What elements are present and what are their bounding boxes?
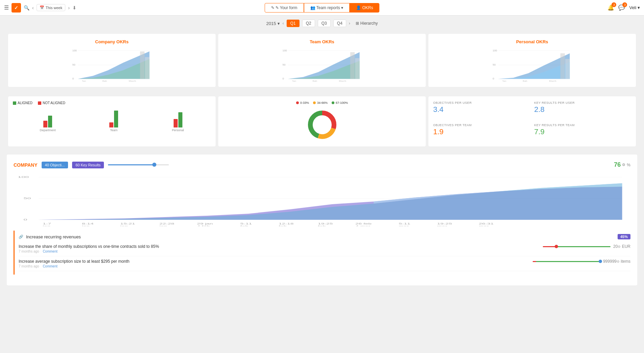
svg-text:March: March [549,80,557,81]
quarter-q3-button[interactable]: Q3 [318,20,331,27]
quarter-q2-button[interactable]: Q2 [302,20,315,27]
okr-cards-row: Company OKRs 100 50 0 Jan [7,32,637,88]
personal-okr-title: Personal OKRs [434,39,630,44]
team-okr-chart: 100 50 0 Jan Feb March [224,48,420,81]
messages-badge: 3 [622,2,627,7]
mid-label: 34-66% [317,101,328,104]
kr-per-team-label: KEY RESULTS PER TEAM [534,123,631,127]
svg-text:mar: mar [399,225,409,226]
svg-rect-34 [560,53,565,79]
svg-text:100: 100 [72,49,77,52]
week-label: This week [46,6,63,10]
team-okr-title: Team OKRs [224,39,420,44]
donut-chart-svg [305,108,339,142]
high-label: 67-100% [336,101,348,104]
kr-progress-1 [543,246,610,247]
svg-text:50: 50 [493,63,496,66]
kr-name-1: Increase the share of monthly subscripti… [19,244,540,249]
tab-your-form[interactable]: ✎ ✎ Your form [265,3,304,13]
svg-text:Feb: Feb [103,80,107,81]
logo[interactable]: ✓ [12,3,21,13]
svg-text:0: 0 [72,77,74,80]
year-dropdown-icon: ▾ [277,21,280,26]
nav-tabs: ✎ ✎ Your form 👥 Team reports ▾ 👤 OKRs [265,3,380,13]
forward-button[interactable]: › [68,5,70,10]
kr-per-user-stat: KEY RESULTS PER USER 2.8 [534,101,631,119]
svg-text:26-31: 26-31 [479,222,494,225]
svg-text:Jan: Jan [502,80,507,81]
kr-header-2: Increase average subscription size to at… [19,259,630,264]
donut-legend: 0-33% 34-66% 67-100% [296,101,348,104]
period-prev-button[interactable]: ‹ [283,21,284,26]
year-label: 2015 [266,21,276,26]
area-chart-svg: 100 50 0 1-7 jan 8-14 jan [14,174,630,226]
kr-item-1: Increase the share of monthly subscripti… [19,241,630,256]
svg-rect-22 [355,58,359,79]
objectives-button[interactable]: 40 Objecti... [42,162,68,168]
key-results-button[interactable]: 60 Key Results [72,162,104,168]
alignment-bars: Department Team Personal [13,108,211,132]
user-menu[interactable]: Veli ▾ [629,5,640,10]
kr-item-2: Increase average subscription size to at… [19,256,630,271]
nav-right: 🔔 3 💬 3 Veli ▾ [607,4,640,11]
svg-text:15-21: 15-21 [120,222,135,225]
period-next-button[interactable]: › [349,21,350,26]
kr-comment-1[interactable]: Comment [43,250,57,253]
kr-value-1: 20⚙ EUR [613,244,630,249]
svg-text:Feb: Feb [313,80,317,81]
aligned-label: ALIGNED [18,101,32,105]
obj-per-team-label: OBJECTIVES PER TEAM [433,123,530,127]
main-content: 2015 ▾ ‹ Q1 Q2 Q3 Q4 › ⊞ Hierarchy Compa… [0,16,644,295]
obj-per-team-stat: OBJECTIVES PER TEAM 1.9 [433,123,530,142]
hierarchy-icon: ⊞ [356,21,359,26]
numbers-stats-card: OBJECTIVES PER USER 3.4 KEY RESULTS PER … [428,96,636,146]
percent-icon: ⚙ [622,163,625,167]
svg-text:mar: mar [479,225,489,226]
obj-per-user-stat: OBJECTIVES PER USER 3.4 [433,101,530,119]
svg-rect-21 [350,52,355,79]
donut-legend-high: 67-100% [332,101,348,104]
company-header: COMPANY 40 Objecti... 60 Key Results 76 … [14,161,630,168]
back-button[interactable]: ‹ [32,5,34,10]
svg-text:8-14: 8-14 [82,222,94,225]
download-icon[interactable]: ⬇ [72,5,76,10]
kr-per-user-label: KEY RESULTS PER USER [534,101,631,104]
obj-per-user-label: OBJECTIVES PER USER [433,101,530,104]
dept-green-bar [48,116,52,127]
year-selector[interactable]: 2015 ▾ [266,21,280,26]
search-icon[interactable]: 🔍 [24,5,29,10]
team-label: Team [110,128,117,132]
svg-text:mar: mar [437,225,447,226]
kr-per-team-stat: KEY RESULTS PER TEAM 7.9 [534,123,631,142]
not-aligned-legend-item: NOT ALIGNED [38,101,65,105]
percent-sign: % [627,163,630,167]
alignment-legend: ALIGNED NOT ALIGNED [13,101,211,105]
kr-comment-2[interactable]: Comment [43,264,57,268]
notifications-button[interactable]: 🔔 3 [607,4,614,11]
svg-text:29 jan: 29 jan [197,222,213,225]
hamburger-icon[interactable]: ☰ [4,4,9,11]
svg-text:Jan: Jan [82,80,86,81]
objective-badge: 45% [618,234,630,239]
quarter-q1-button[interactable]: Q1 [287,20,299,27]
hierarchy-button[interactable]: ⊞ Hierarchy [356,21,378,26]
svg-text:100: 100 [283,49,287,52]
stats-row: ALIGNED NOT ALIGNED Department [7,95,637,148]
svg-point-42 [313,116,331,134]
quarter-q4-button[interactable]: Q4 [333,20,346,27]
svg-text:1-7: 1-7 [43,222,51,225]
kr-per-user-value: 2.8 [534,105,631,114]
tab-team-reports[interactable]: 👥 Team reports ▾ [304,3,350,13]
svg-text:19-25: 19-25 [318,222,333,225]
messages-button[interactable]: 💬 3 [618,4,625,11]
tab-okrs[interactable]: 👤 OKRs [350,3,379,13]
week-selector[interactable]: 📅 This week [37,4,66,11]
svg-text:feb: feb [318,225,326,226]
objective-name: Increase recurring revenues [26,234,615,239]
svg-text:26 feb: 26 feb [355,222,372,225]
svg-rect-9 [145,57,149,79]
company-area-chart: 100 50 0 1-7 jan 8-14 jan [14,174,630,228]
kr-dot-2 [599,260,602,263]
company-percent-display: 76 ⚙ % [614,161,630,168]
svg-text:jan: jan [120,225,128,226]
